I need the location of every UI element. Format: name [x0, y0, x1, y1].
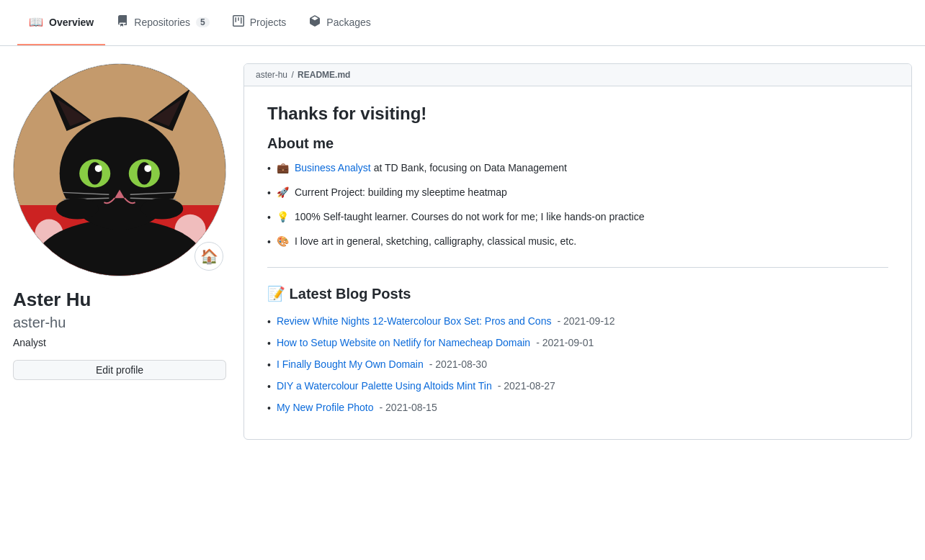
blog-post-2-link[interactable]: I Finally Bought My Own Domain — [277, 357, 424, 372]
nav-tabs: 📖 Overview Repositories 5 Projects Packa… — [17, 0, 383, 45]
main-layout: 🏠 Aster Hu aster-hu Analyst Edit profile… — [1, 46, 924, 474]
tab-repositories[interactable]: Repositories 5 — [105, 0, 221, 45]
item-0-text: Business Analyst at TD Bank, focusing on… — [295, 161, 567, 176]
tab-packages-label: Packages — [326, 17, 370, 28]
profile-bio: Analyst — [13, 337, 226, 348]
readme-item-0: 💼 Business Analyst at TD Bank, focusing … — [267, 161, 888, 176]
readme-path-ext: .md — [335, 70, 350, 80]
readme-divider — [267, 267, 888, 268]
projects-icon — [233, 15, 244, 30]
item-3-emoji: 🎨 — [277, 234, 289, 249]
avatar-badge: 🏠 — [195, 242, 223, 271]
tab-overview-label: Overview — [49, 17, 94, 28]
main-content: aster-hu / README.md Thanks for visiting… — [243, 63, 912, 457]
readme-card: aster-hu / README.md Thanks for visiting… — [243, 63, 912, 440]
blog-post-0: Review White Nights 12-Watercolour Box S… — [267, 314, 888, 330]
item-1-text: Current Project: building my sleeptime h… — [295, 185, 507, 200]
blog-post-3-link[interactable]: DIY a Watercolour Palette Using Altoids … — [277, 379, 492, 394]
item-3-text: I love art in general, sketching, callig… — [295, 234, 576, 249]
svg-point-23 — [140, 198, 183, 219]
overview-icon: 📖 — [29, 15, 43, 29]
blog-post-4: My New Profile Photo - 2021-08-15 — [267, 400, 888, 416]
item-2-emoji: 💡 — [277, 209, 289, 225]
item-2-text: 100% Self-taught learner. Courses do not… — [295, 209, 645, 225]
avatar — [13, 63, 226, 276]
path-separator: / — [291, 70, 296, 80]
blog-post-3-date: - 2021-08-27 — [498, 379, 555, 394]
blog-section: 📝 Latest Blog Posts Review White Nights … — [267, 285, 888, 416]
tab-packages[interactable]: Packages — [298, 0, 382, 45]
readme-path-user: aster-hu — [256, 70, 287, 80]
readme-header: aster-hu / README.md — [244, 64, 911, 86]
packages-icon — [309, 15, 321, 30]
tab-repositories-label: Repositories — [134, 17, 190, 28]
readme-item-1: 🚀 Current Project: building my sleeptime… — [267, 185, 888, 201]
readme-items-list: 💼 Business Analyst at TD Bank, focusing … — [267, 161, 888, 250]
readme-heading: Thanks for visiting! — [267, 104, 888, 124]
readme-about-heading: About me — [267, 135, 888, 152]
profile-username: aster-hu — [13, 315, 226, 331]
item-0-emoji: 💼 — [277, 161, 289, 176]
blog-posts-list: Review White Nights 12-Watercolour Box S… — [267, 314, 888, 416]
svg-point-22 — [56, 198, 99, 219]
top-nav: 📖 Overview Repositories 5 Projects Packa… — [0, 0, 925, 46]
svg-point-16 — [144, 165, 151, 172]
sidebar: 🏠 Aster Hu aster-hu Analyst Edit profile — [13, 63, 226, 392]
repositories-icon — [117, 15, 128, 30]
tab-projects-label: Projects — [250, 17, 287, 28]
readme-item-2: 💡 100% Self-taught learner. Courses do n… — [267, 209, 888, 225]
tab-projects[interactable]: Projects — [221, 0, 298, 45]
blog-post-4-link[interactable]: My New Profile Photo — [277, 400, 374, 415]
avatar-badge-emoji: 🏠 — [200, 248, 218, 265]
avatar-container: 🏠 — [13, 63, 226, 276]
blog-post-0-date: - 2021-09-12 — [557, 314, 615, 329]
item-1-emoji: 🚀 — [277, 185, 289, 200]
blog-post-1-date: - 2021-09-01 — [536, 335, 594, 351]
item-0-link[interactable]: Business Analyst — [295, 162, 371, 173]
blog-post-4-date: - 2021-08-15 — [380, 400, 437, 415]
tab-overview[interactable]: 📖 Overview — [17, 0, 105, 45]
profile-display-name: Aster Hu — [13, 288, 226, 312]
readme-path-file: README.md — [298, 70, 350, 80]
blog-post-0-link[interactable]: Review White Nights 12-Watercolour Box S… — [277, 314, 552, 329]
blog-post-2: I Finally Bought My Own Domain - 2021-08… — [267, 357, 888, 373]
blog-post-2-date: - 2021-08-30 — [429, 357, 487, 372]
readme-body: Thanks for visiting! About me 💼 Business… — [244, 86, 911, 439]
blog-post-3: DIY a Watercolour Palette Using Altoids … — [267, 379, 888, 394]
edit-profile-button[interactable]: Edit profile — [13, 360, 226, 380]
readme-item-3: 🎨 I love art in general, sketching, call… — [267, 234, 888, 250]
blog-post-1: How to Setup Website on Netlify for Name… — [267, 335, 888, 351]
repositories-badge: 5 — [196, 17, 210, 27]
blog-heading: 📝 Latest Blog Posts — [267, 285, 888, 302]
blog-post-1-link[interactable]: How to Setup Website on Netlify for Name… — [277, 335, 530, 351]
svg-point-15 — [95, 165, 102, 172]
